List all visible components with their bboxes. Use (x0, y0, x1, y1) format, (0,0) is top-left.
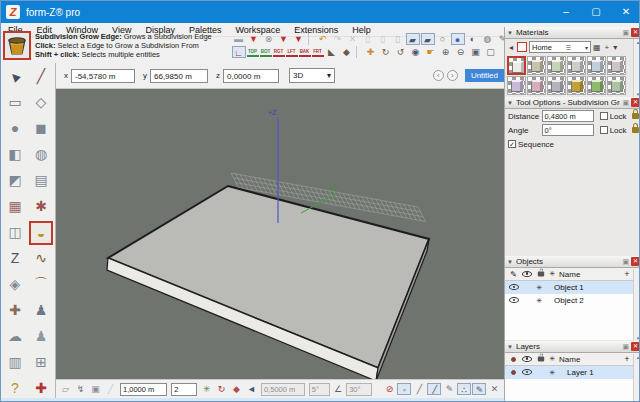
snowflake-icon[interactable]: ✳ (533, 284, 546, 292)
snap-angle-large-input[interactable]: 30° (346, 383, 372, 396)
eye-icon[interactable] (507, 282, 520, 293)
snowflake-icon[interactable]: ✳ (546, 355, 559, 363)
point-snap-icon[interactable]: ◦ (397, 383, 411, 395)
insert-segment-icon[interactable]: ▼ (292, 33, 306, 45)
back-view-button[interactable]: ‹ (433, 70, 444, 81)
slash-disabled-icon[interactable]: ╱ (104, 383, 118, 395)
seek-view-icon[interactable]: ◉ (409, 46, 423, 58)
collapse-left-icon[interactable]: ◂ (509, 43, 513, 52)
close-topology-icon[interactable]: ⊗ (262, 33, 276, 45)
snap-distance-input[interactable]: 0,5000 m (261, 383, 305, 396)
objects-close-button[interactable]: ✕ (631, 257, 640, 266)
render-style-icon[interactable]: ◍ (481, 33, 495, 45)
layers-header[interactable]: ▼ Layers ▣ ✕ (505, 341, 640, 353)
chevron-down-icon[interactable]: ▾ (613, 43, 617, 52)
back-view-icon[interactable]: BAK (299, 48, 311, 57)
snowflake-icon[interactable]: ✳ (546, 369, 559, 377)
sequence-checkbox[interactable]: ✓ (508, 140, 516, 148)
axonometric-view-icon[interactable]: ◣ (325, 46, 339, 58)
materials-scrollbar[interactable]: ▴ ▾ (633, 39, 640, 97)
tool-options-header[interactable]: ▼ Tool Options - Subdivision Grow Edge ▣… (505, 97, 640, 109)
stairs-tool[interactable]: ▤ (29, 169, 53, 193)
zspline-tool[interactable]: Z (3, 247, 27, 271)
layers-scrollbar[interactable]: ▴ (633, 354, 640, 402)
show-points-icon[interactable]: ▰ (406, 33, 420, 45)
detach-icon[interactable]: ▣ (622, 99, 629, 107)
polyline-tool[interactable]: ◇ (29, 91, 53, 115)
orbit-red-icon[interactable]: ↻ (214, 383, 228, 395)
cut-tool[interactable]: ◍ (29, 143, 53, 167)
right-view-icon[interactable]: RGT (273, 48, 285, 57)
deform-tool[interactable]: ✚ (3, 299, 27, 323)
tangent-snap-icon[interactable]: ✎ (472, 383, 486, 395)
detach-icon[interactable]: ▣ (622, 29, 629, 37)
distance-input[interactable]: 0,4800 m (542, 110, 595, 122)
detach-icon[interactable]: ▣ (622, 258, 629, 266)
collapse-icon[interactable]: ▼ (507, 100, 513, 106)
document-tab[interactable]: Untitled (465, 69, 504, 82)
material-10[interactable] (567, 76, 586, 95)
bolt-snap-icon[interactable]: ↯ (74, 383, 88, 395)
materials-header[interactable]: ▼ Materials ▣ ✕ (505, 27, 640, 39)
break-tool[interactable]: ✱ (29, 195, 53, 219)
material-6[interactable] (607, 56, 626, 75)
materials-close-button[interactable]: ✕ (631, 28, 640, 37)
active-layer-icon[interactable] (507, 368, 520, 377)
lock-icon[interactable] (632, 127, 639, 133)
axis-widget-icon[interactable]: ∟ (232, 46, 246, 58)
minimize-button[interactable]: – (551, 1, 581, 23)
grid-view-icon[interactable]: ▦ (593, 43, 601, 52)
pen-snap-icon[interactable]: ✎ (442, 383, 456, 395)
move-view-icon[interactable]: ✚ (364, 46, 378, 58)
mode-dropdown[interactable]: 3D ▾ (289, 68, 335, 83)
insert-point-icon[interactable]: ▼ (277, 33, 291, 45)
zoom-fit-icon[interactable]: ▢ (484, 46, 498, 58)
pick-segment-tool[interactable]: ╱ (29, 65, 53, 89)
material-7[interactable] (507, 76, 526, 95)
perspective-view-icon[interactable]: ◆ (340, 46, 354, 58)
viewport-3d[interactable]: +Z +Y (56, 89, 504, 379)
paste-icon[interactable]: ▯ (391, 33, 405, 45)
grid-star-icon[interactable]: ✳ (199, 383, 213, 395)
rectangle-tool[interactable]: ▭ (3, 91, 27, 115)
eye-icon[interactable] (507, 295, 520, 306)
collapse-icon[interactable]: ▼ (507, 344, 513, 350)
eye-icon[interactable] (520, 269, 533, 280)
zoom-in-icon[interactable]: ⊕ (439, 46, 453, 58)
delete-icon[interactable]: ✕ (346, 33, 360, 45)
layers-close-button[interactable]: ✕ (631, 342, 640, 351)
segment-snap-icon[interactable]: ╱ (427, 383, 441, 395)
lock-icon[interactable] (533, 355, 546, 364)
active-material-swatch[interactable] (517, 42, 527, 52)
material-12[interactable] (607, 76, 626, 95)
snowflake-icon[interactable]: ✳ (533, 297, 546, 305)
distance-lock-checkbox[interactable] (600, 112, 608, 120)
surface-mode-icon[interactable]: ▱ (59, 383, 73, 395)
cut-icon[interactable]: ▯ (361, 33, 375, 45)
material-8[interactable] (527, 76, 546, 95)
scroll-up-icon[interactable]: ▴ (634, 39, 640, 45)
object-row-1[interactable]: ✳ Object 1 (505, 281, 640, 294)
redo-icon[interactable]: ↷ (331, 33, 345, 45)
eye-icon[interactable] (520, 367, 533, 378)
active-tool-icon[interactable] (3, 31, 31, 60)
orbit-view-icon[interactable]: ↻ (379, 46, 393, 58)
snap-angle-small-input[interactable]: 5° (309, 383, 330, 396)
select-tool[interactable]: ▲ (0, 60, 32, 94)
layer-row-1[interactable]: ✳ Layer 1 (505, 366, 640, 379)
add-material-button[interactable]: + (605, 43, 610, 52)
hidden-line-icon[interactable]: ◐ (466, 33, 480, 45)
maximize-button[interactable]: ▢ (581, 1, 611, 23)
show-faces-icon[interactable]: ▰ (421, 33, 435, 45)
eye-icon[interactable] (520, 354, 533, 365)
material-5[interactable] (587, 56, 606, 75)
material-11[interactable] (587, 76, 606, 95)
sweep-tool[interactable]: ∿ (29, 247, 53, 271)
face-edit-tool[interactable]: ◩ (3, 169, 27, 193)
cubes-mode-icon[interactable]: ▣ (89, 383, 103, 395)
material-9[interactable] (547, 76, 566, 95)
add-object-button[interactable]: + (624, 269, 629, 279)
panels-tool[interactable]: ▥ (3, 351, 27, 375)
subdivision-tool[interactable]: ◒ (29, 221, 53, 245)
detach-icon[interactable]: ▣ (622, 343, 629, 351)
